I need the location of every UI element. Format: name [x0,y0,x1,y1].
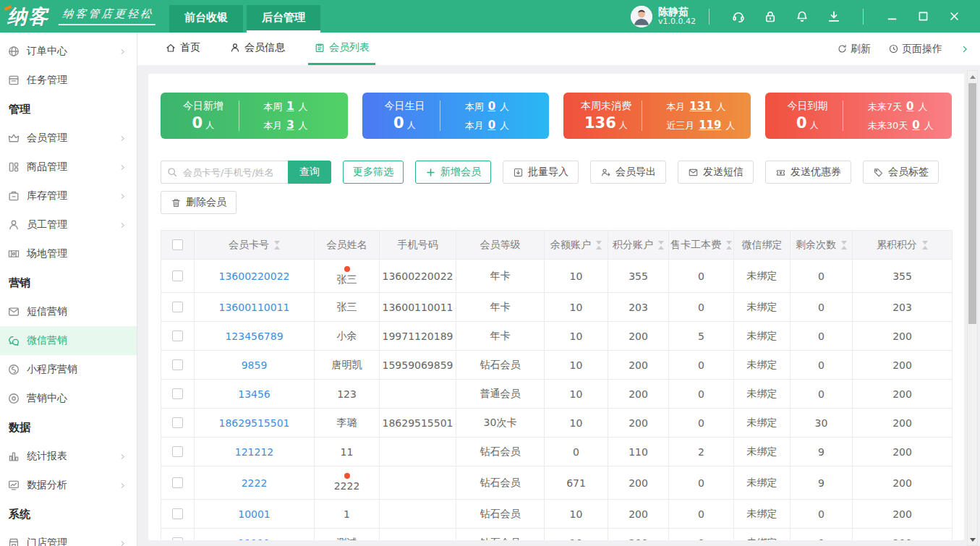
scroll-up-arrow[interactable] [968,72,977,82]
member-table-wrap: 会员卡号会员姓名手机号码会员等级余额账户积分账户售卡工本费微信绑定剩余次数累积积… [161,230,952,540]
bell-icon[interactable] [795,9,809,24]
send-coupon-button[interactable]: 发送优惠券 [765,161,851,184]
header-nav-admin[interactable]: 后台管理 [247,5,320,33]
sort-icons[interactable] [658,241,664,249]
sidebar-item-store-management[interactable]: 门店管理 [0,529,137,546]
stat-breakdown-link[interactable]: 131 [689,100,712,113]
column-header-balance[interactable]: 余额账户 [545,231,608,260]
member-card-link[interactable]: 9859 [242,359,268,371]
target-icon [7,392,20,405]
stat-breakdown-link[interactable]: 119 [699,119,721,132]
member-card-link[interactable]: 10001 [238,508,270,520]
sidebar-item-task-management[interactable]: 任务管理 [0,66,137,95]
search-input[interactable] [161,161,288,184]
row-checkbox[interactable] [172,270,183,281]
sidebar-item-order-center[interactable]: 订单中心 [0,37,137,66]
member-name: 张三 [337,273,357,286]
cell-card_fee: 0 [669,260,734,293]
action-refresh[interactable]: 刷新 [837,43,871,56]
chevron-right-icon[interactable] [960,44,970,54]
service-icon[interactable] [731,9,746,24]
scroll-down-arrow[interactable] [968,534,977,545]
sort-icons[interactable] [726,241,732,249]
action-page-ops[interactable]: 页面操作 [888,43,942,56]
column-header-total_points[interactable]: 累积积分 [853,231,953,260]
stat-breakdown-link[interactable]: 3 [286,119,294,132]
sidebar-item-data-analysis[interactable]: 数据分析 [0,471,137,500]
member-card-link[interactable]: 11111 [238,537,270,541]
sidebar-item-venue-management[interactable]: 场地管理 [0,239,137,268]
search-button[interactable]: 查询 [288,161,331,184]
member-card-link[interactable]: 2222 [242,477,268,489]
stat-breakdown-link[interactable]: 0 [488,100,495,113]
stat-breakdown-link[interactable]: 0 [912,119,919,132]
sort-icons[interactable] [274,241,280,249]
member-card-link[interactable]: 13600220022 [219,270,290,282]
more-filter-button[interactable]: 更多筛选 [343,161,404,184]
header-nav-cashier[interactable]: 前台收银 [169,5,243,33]
tab-home[interactable]: 首页 [159,33,206,65]
sort-icons[interactable] [922,241,928,249]
sidebar-item-sms-marketing[interactable]: 短信营销 [0,297,137,326]
column-header-points[interactable]: 积分账户 [608,231,669,260]
select-all-checkbox[interactable] [172,239,183,250]
stat-breakdown-row: 未来7天0人 [868,100,945,114]
stat-breakdown-link[interactable]: 0 [488,119,495,132]
column-label: 剩余次数 [796,239,836,252]
row-checkbox[interactable] [172,446,183,457]
minimize-icon[interactable] [886,10,898,22]
column-header-card[interactable]: 会员卡号 [195,231,315,260]
close-icon[interactable] [948,10,960,22]
column-header-card_fee[interactable]: 售卡工本费 [669,231,734,260]
vertical-scrollbar[interactable] [967,70,978,546]
sidebar-item-member-management[interactable]: 会员管理 [0,124,137,153]
member-card-link[interactable]: 121212 [235,446,273,458]
row-checkbox[interactable] [172,417,183,428]
action-label: 页面操作 [902,43,942,56]
stat-card-breakdown: 未来7天0人未来30天0人 [843,100,945,132]
sidebar-item-statistics-report[interactable]: 统计报表 [0,442,137,471]
column-header-remaining[interactable]: 剩余次数 [791,231,853,260]
scrollbar-thumb[interactable] [968,83,976,324]
member-card-link[interactable]: 123456789 [225,330,283,342]
sidebar-item-wechat-marketing[interactable]: 微信营销 [0,326,137,355]
member-card-link[interactable]: 13600110011 [219,302,290,313]
row-checkbox[interactable] [172,537,183,540]
member-card-link[interactable]: 13456 [238,388,270,400]
lock-icon[interactable] [763,9,777,24]
stat-breakdown-link[interactable]: 0 [906,100,913,113]
sidebar-item-label: 订单中心 [27,45,119,58]
button-label: 批量导入 [528,166,568,179]
row-checkbox[interactable] [172,359,183,370]
stat-breakdown-link[interactable]: 1 [286,100,294,113]
row-checkbox[interactable] [172,508,183,519]
sidebar-item-staff-management[interactable]: 员工管理 [0,210,137,239]
member-name: 11 [341,446,354,458]
sort-icons[interactable] [841,241,847,249]
sidebar-item-goods-management[interactable]: 商品管理 [0,153,137,182]
member-card-link[interactable]: 18629515501 [219,417,290,429]
button-label: 会员标签 [888,166,929,179]
row-checkbox[interactable] [172,388,183,399]
cell-wechat: 未绑定 [734,529,791,541]
row-checkbox[interactable] [172,302,183,312]
add-member-button[interactable]: 新增会员 [415,161,491,184]
avatar[interactable] [631,6,652,27]
batch-import-button[interactable]: 批量导入 [503,161,579,184]
tab-member-info[interactable]: 会员信息 [223,33,291,65]
row-checkbox[interactable] [172,330,183,341]
sort-icons[interactable] [596,241,602,249]
stat-breakdown-label: 本周 [465,101,484,114]
maximize-icon[interactable] [917,10,929,22]
tab-member-list[interactable]: 会员列表 [308,33,375,65]
member-tag-button[interactable]: 会员标签 [863,161,939,184]
delete-member-button[interactable]: 删除会员 [161,191,237,214]
send-sms-button[interactable]: 发送短信 [678,161,754,184]
cell-wechat: 未绑定 [734,380,791,409]
sidebar-item-miniprogram-marketing[interactable]: 小程序营销 [0,355,137,384]
download-icon[interactable] [827,9,841,24]
sidebar-item-marketing-center[interactable]: 营销中心 [0,384,137,413]
member-export-button[interactable]: 会员导出 [590,161,666,184]
sidebar-item-inventory-management[interactable]: 库存管理 [0,182,137,210]
row-checkbox[interactable] [172,477,183,488]
